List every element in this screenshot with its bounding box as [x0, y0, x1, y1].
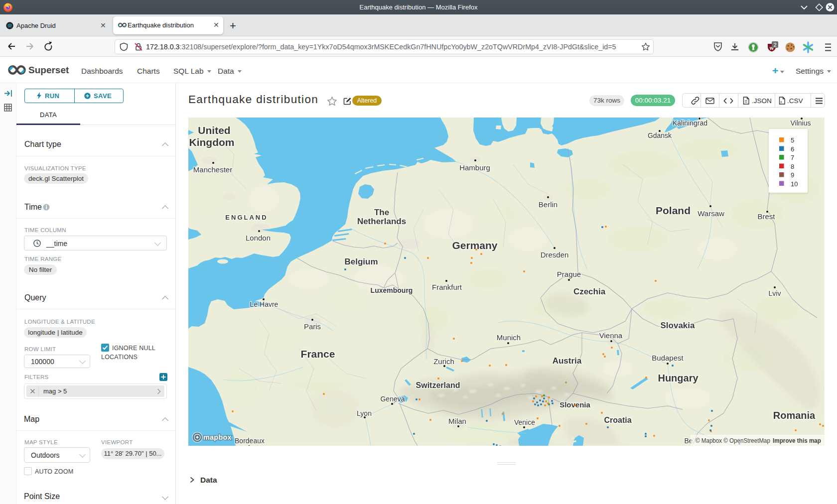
svg-text:United: United — [198, 125, 230, 136]
svg-text:Bordeaux: Bordeaux — [235, 437, 265, 445]
svg-text:7: 7 — [791, 154, 794, 161]
svg-text:Warsaw: Warsaw — [698, 209, 724, 218]
svg-text:Budapest: Budapest — [652, 354, 684, 362]
svg-text:Slovakia: Slovakia — [661, 321, 696, 330]
svg-text:Kaliningrad: Kaliningrad — [673, 119, 707, 127]
svg-text:Lviv: Lviv — [769, 289, 781, 297]
svg-text:Milan: Milan — [448, 417, 466, 425]
svg-text:© Mapbox © OpenStreetMap: © Mapbox © OpenStreetMap — [696, 437, 770, 444]
svg-text:The: The — [374, 208, 389, 217]
svg-text:Dresden: Dresden — [541, 251, 569, 259]
svg-text:Germany: Germany — [452, 240, 497, 251]
svg-text:ES: ES — [188, 199, 189, 207]
svg-text:10: 10 — [791, 180, 798, 188]
svg-text:Gdansk: Gdansk — [648, 131, 672, 139]
svg-text:Zurich: Zurich — [433, 357, 454, 366]
svg-text:Hungary: Hungary — [658, 373, 698, 383]
svg-text:Improve this map: Improve this map — [773, 437, 821, 444]
svg-text:Austria: Austria — [553, 356, 582, 366]
svg-text:mapbox: mapbox — [203, 433, 232, 441]
svg-text:Venice: Venice — [514, 418, 535, 426]
svg-text:London: London — [246, 234, 271, 242]
svg-text:ENGLAND: ENGLAND — [225, 214, 268, 221]
svg-text:France: France — [301, 348, 335, 360]
svg-text:Poland: Poland — [656, 205, 691, 216]
svg-text:6: 6 — [791, 145, 794, 153]
svg-text:Kingdom: Kingdom — [189, 136, 235, 148]
svg-text:x: x — [780, 100, 782, 104]
svg-text:Munich: Munich — [497, 333, 521, 342]
svg-text:5: 5 — [791, 136, 794, 144]
svg-text:2: 2 — [774, 42, 777, 48]
svg-text:Le Havre: Le Havre — [250, 300, 279, 308]
svg-text:Lyon: Lyon — [357, 409, 372, 417]
svg-text:Geneva: Geneva — [380, 395, 405, 403]
svg-text:8: 8 — [791, 163, 794, 170]
svg-text:Romania: Romania — [773, 410, 816, 421]
svg-text:Brest: Brest — [757, 212, 775, 221]
svg-text:Prague: Prague — [557, 270, 581, 278]
svg-text:9: 9 — [791, 171, 794, 179]
svg-text:Netherlands: Netherlands — [357, 217, 406, 226]
svg-text:Hamburg: Hamburg — [459, 163, 490, 172]
svg-text:Vilnius: Vilnius — [791, 119, 811, 127]
svg-text:Paris: Paris — [304, 322, 321, 331]
svg-text:Frankfurt: Frankfurt — [432, 283, 462, 291]
svg-text:Manchester: Manchester — [193, 165, 232, 174]
svg-text:Czechia: Czechia — [573, 287, 606, 296]
svg-text:Croatia: Croatia — [604, 416, 631, 424]
svg-text:Luxembourg: Luxembourg — [371, 286, 413, 294]
svg-text:Berlin: Berlin — [539, 200, 558, 209]
svg-text:Belgium: Belgium — [344, 257, 378, 266]
svg-text:Switzerland: Switzerland — [416, 381, 460, 389]
svg-text:Vienna: Vienna — [599, 331, 623, 340]
